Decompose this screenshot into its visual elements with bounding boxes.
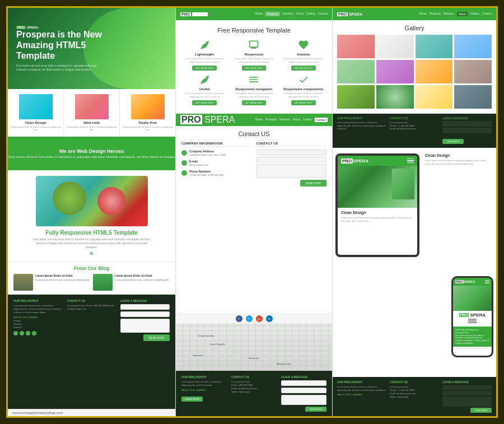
gallery-section: Gallery: [333, 20, 496, 114]
right-logo: PRO SPERA: [337, 12, 362, 16]
email-item: E-mail info@example.com: [181, 160, 252, 167]
tablet-hamburger-icon[interactable]: [407, 159, 414, 164]
social-icons-left: [13, 331, 63, 336]
nav-products[interactable]: Products: [265, 12, 280, 16]
menu-icon-feat: [248, 74, 259, 85]
footer-right-email[interactable]: [442, 391, 492, 395]
message-textarea[interactable]: [120, 319, 170, 333]
message-submit-button[interactable]: SEND NOW: [143, 334, 170, 341]
nav-home[interactable]: Home: [255, 12, 263, 16]
social-icon-tw[interactable]: [20, 331, 24, 336]
rnav-services[interactable]: Services: [444, 12, 454, 16]
rnav-about[interactable]: About: [457, 12, 468, 16]
contact-message-textarea[interactable]: [256, 164, 327, 178]
footer-right-send[interactable]: SEND NOW: [470, 408, 492, 413]
gallery-cell-4[interactable]: [454, 35, 492, 58]
social-icon-in[interactable]: [32, 331, 36, 336]
phone-hamburger-icon[interactable]: [485, 280, 489, 283]
contact-us-heading: CONTACT US: [256, 142, 327, 147]
right-column: PRO SPERA Home Products Services About G…: [333, 8, 496, 416]
feat-btn-intuitive[interactable]: GET MORE INFO: [291, 66, 316, 71]
gallery-cell-6[interactable]: [376, 60, 414, 83]
cnav-products[interactable]: Products: [265, 118, 277, 122]
feat-useful: Useful Lorem ipsum dolor sit amet consec…: [181, 74, 227, 105]
map-label-1: Česká republika: [198, 334, 214, 337]
gallery-cell-8[interactable]: [454, 60, 492, 83]
rnav-home[interactable]: Home: [419, 12, 427, 16]
cnav-gallery[interactable]: Gallery: [303, 118, 312, 122]
footer-left: OUR PHILOSOPHY Lorem ipsum dolor sit ame…: [8, 295, 175, 409]
valid-code-image: [75, 94, 109, 119]
strip-send-button[interactable]: SEND NOW: [442, 139, 464, 144]
gallery-cell-11[interactable]: [416, 85, 453, 109]
phone-responsive-desc: Duis auten vel eum iriure dolor in hendr…: [455, 334, 489, 346]
address-item: Company Address 1234 Street Name, City, …: [181, 150, 252, 157]
rnav-gallery[interactable]: Gallery: [470, 12, 479, 16]
green-band-subtitle: Duis auten vel eum iriure dolor in hendr…: [8, 155, 175, 159]
feat-btn-useful[interactable]: GET MORE INFO: [192, 100, 217, 105]
feat-btn-rescomp[interactable]: GET MORE INFO: [291, 100, 316, 105]
about-company: ABOUT OUR COMPANY: [13, 316, 63, 319]
gallery-cell-1[interactable]: [337, 35, 375, 58]
gallery-title: Gallery: [337, 25, 492, 31]
footer-mid-learn-more[interactable]: LEARN MORE: [181, 397, 203, 402]
gallery-cell-7[interactable]: [416, 60, 453, 83]
footer-right-philo: OUR PHILOSOPHY Lorem ipsum dolor sit ame…: [337, 380, 386, 413]
contact-submit-button[interactable]: SEND NOW: [300, 180, 327, 187]
tablet-hero-image: [338, 166, 417, 208]
feat-btn-responsive[interactable]: GET MORE INFO: [242, 66, 267, 71]
feature-title-3: Totally Free: [138, 121, 157, 124]
strip-philosophy: OUR PHILOSOPHY Lorem ipsum dolor sit ame…: [337, 117, 386, 145]
footer-right-contact-text: Lorem ipsum dolorPhone: +1 234 567 8900E…: [390, 385, 439, 399]
nav-services[interactable]: Services: [283, 12, 293, 16]
strip-name-input[interactable]: [442, 121, 492, 127]
feat-desc-responsive: Lorem ipsum dolor sit amet consectetur a…: [231, 57, 277, 63]
nav-about[interactable]: About: [296, 12, 304, 16]
footer-contact: CONTACT US Lorem ipsum dolor Phone: 000 …: [67, 299, 116, 404]
message-heading: LEAVE A MESSAGE: [120, 299, 170, 302]
footer-right-name[interactable]: [442, 385, 492, 390]
footer-mid-email[interactable]: [281, 388, 326, 393]
social-tw-icon[interactable]: t: [246, 315, 253, 322]
social-icon-gp[interactable]: [26, 331, 30, 336]
contact-name-input[interactable]: [256, 150, 327, 155]
cnav-services[interactable]: Services: [279, 118, 290, 122]
feature-desc-1: Lorem ipsum dolor sit amet consectetur a…: [11, 125, 60, 131]
footer-mid-send[interactable]: SEND NOW: [305, 407, 326, 412]
nav-gallery[interactable]: Gallery: [306, 12, 315, 16]
footer-right-textarea[interactable]: [442, 397, 492, 407]
message-email-input[interactable]: [120, 311, 170, 317]
blog-section-title: From Our Blog: [13, 265, 170, 271]
gallery-cell-10[interactable]: [376, 85, 414, 109]
cnav-about[interactable]: About: [293, 118, 300, 122]
cnav-contact[interactable]: Contact: [315, 118, 328, 122]
philosophy-heading: OUR PHILOSOPHY: [13, 299, 63, 302]
social-gp-icon[interactable]: g: [256, 315, 263, 322]
gallery-cell-5[interactable]: [337, 60, 375, 83]
social-in-icon[interactable]: in: [266, 315, 273, 322]
nav-contact[interactable]: Contact: [318, 12, 328, 16]
gallery-cell-3[interactable]: [416, 35, 453, 58]
feat-responsive-comp: Responsive components Lorem ipsum dolor …: [281, 74, 326, 105]
rnav-products[interactable]: Products: [430, 12, 441, 16]
contact-nav: Home Products Services About Gallery Con…: [255, 118, 328, 122]
feat-intuitive: Intuitive Lorem ipsum dolor sit amet con…: [281, 39, 326, 71]
footer-philosophy: OUR PHILOSOPHY Lorem ipsum dolor sit ame…: [13, 299, 63, 404]
social-icon-fb[interactable]: [13, 331, 18, 336]
middle-column: PRO SPERA Home Products Services About G…: [176, 8, 333, 416]
feat-btn-lightweight[interactable]: GET MORE INFO: [192, 66, 217, 71]
gallery-cell-2[interactable]: [376, 35, 414, 58]
strip-email-input[interactable]: [442, 128, 492, 133]
message-name-input[interactable]: [120, 304, 170, 310]
gallery-cell-9[interactable]: [337, 85, 375, 109]
footer-mid-name[interactable]: [281, 380, 326, 386]
cnav-home[interactable]: Home: [255, 118, 263, 122]
social-fb-icon[interactable]: f: [236, 315, 242, 322]
feat-btn-resnav[interactable]: GET MORE INFO: [242, 100, 267, 105]
feature-title-1: Clean Design: [25, 121, 46, 124]
tablet-desc: Lorem ipsum dolor sit amet consectetur a…: [341, 216, 414, 222]
gallery-cell-12[interactable]: [454, 85, 492, 109]
footer-mid-textarea[interactable]: [281, 395, 326, 405]
rnav-contact[interactable]: Contact: [482, 12, 492, 16]
contact-email-input[interactable]: [256, 157, 327, 162]
